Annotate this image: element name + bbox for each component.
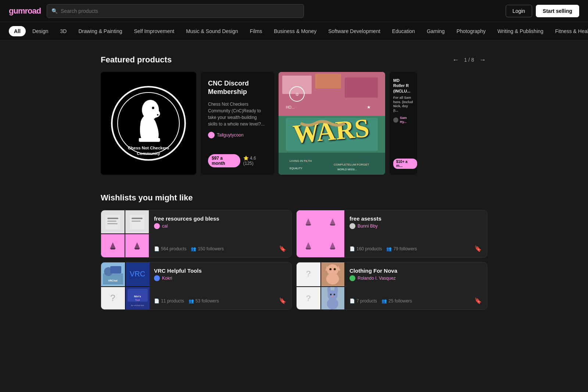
featured-card-chess[interactable]: Chess Not Checkers Community	[101, 72, 196, 175]
svg-rect-13	[345, 77, 378, 98]
svg-point-6	[157, 114, 158, 116]
thumb-cell-n4	[321, 287, 344, 310]
svg-point-65	[329, 268, 331, 271]
svg-rect-25	[105, 215, 120, 229]
owner-name-kokri: Kokri	[162, 276, 172, 281]
search-input[interactable]	[61, 8, 299, 14]
cnc-author: Tallguytycoon	[208, 132, 267, 138]
wishlists-title: Wishlists you might like	[101, 193, 193, 203]
svg-text:VRC: VRC	[130, 270, 145, 278]
wishlist-thumb-vrc: VRChat VRC ?	[101, 262, 149, 309]
thumb-cell-n1: ?	[297, 262, 320, 286]
category-item-films[interactable]: Films	[245, 26, 267, 36]
category-item-fitness[interactable]: Fitness & Health	[550, 26, 588, 36]
svg-point-5	[152, 107, 154, 109]
search-icon: 🔍	[51, 8, 58, 14]
save-wishlist-free-resources[interactable]: 🔖	[279, 245, 286, 252]
next-arrow[interactable]: →	[478, 56, 487, 64]
card4-content: MDRoller R(INCLU... For all Samhere. (In…	[390, 72, 417, 130]
followers-icon-nova: 👥	[381, 298, 387, 304]
category-item-music[interactable]: Music & Sound Design	[181, 26, 243, 36]
category-item-writing[interactable]: Writing & Publishing	[492, 26, 549, 36]
save-wishlist-vrc[interactable]: 🔖	[279, 297, 286, 304]
cnc-title: CNC Discord Membership	[208, 79, 267, 97]
wishlist-info-nova: Clothing For Nova Rolando I. Vasquez 📄 7…	[344, 262, 487, 309]
wishlist-name-vrc: VRC Helpful Tools	[154, 268, 286, 274]
svg-point-3	[151, 110, 160, 117]
wishlist-owner-vrc: Kokri	[154, 275, 286, 281]
thumb-cell-v1: VRChat	[101, 262, 125, 286]
svg-text:WORLD MISSI...: WORLD MISSI...	[337, 168, 357, 171]
thumb-cell-v4: Nin's Tool for vrchat live	[126, 287, 150, 310]
category-item-all[interactable]: All	[9, 26, 26, 36]
featured-card-wars[interactable]: REAL EYES REALIZEMENS RETREAT	[279, 72, 385, 175]
svg-rect-47	[110, 266, 121, 273]
featured-section-header: Featured products ← 1 / 8 →	[101, 55, 487, 65]
header-actions: Login Start selling	[506, 5, 579, 17]
cnc-footer: $97 a month ⭐ 4.6 (125)	[208, 154, 267, 167]
products-icon-asessts: 📄	[349, 246, 355, 251]
category-item-software[interactable]: Software Development	[323, 26, 386, 36]
products-stat-asessts: 📄 160 products	[349, 246, 382, 251]
category-item-design[interactable]: Design	[27, 26, 54, 36]
wishlist-thumb-nova: ?	[297, 262, 344, 309]
featured-pagination: ← 1 / 8 →	[451, 56, 487, 64]
card4-author: Sam Hy...	[393, 116, 413, 124]
featured-title: Featured products	[101, 55, 172, 65]
svg-text:for vrchat live: for vrchat live	[131, 304, 144, 306]
svg-point-77	[331, 295, 334, 297]
followers-icon-asessts: 👥	[386, 246, 392, 251]
products-icon-vrc: 📄	[154, 298, 159, 304]
search-bar[interactable]: 🔍	[47, 4, 304, 18]
save-wishlist-nova[interactable]: 🔖	[474, 297, 482, 304]
wishlist-card-nova[interactable]: ?	[296, 262, 487, 310]
wishlist-meta-free-asessts: 📄 160 products 👥 79 followers 🔖	[349, 245, 482, 252]
category-item-self-improvement[interactable]: Self Improvement	[129, 26, 179, 36]
start-selling-button[interactable]: Start selling	[536, 5, 579, 17]
prev-arrow[interactable]: ←	[451, 56, 460, 64]
owner-avatar-kokri	[154, 275, 160, 281]
thumb-cell-4	[125, 234, 149, 257]
svg-text:Tool: Tool	[135, 299, 140, 301]
category-item-education[interactable]: Education	[387, 26, 420, 36]
wishlist-info-free-asessts: free asessts Bunni Bby 📄 160 products 👥	[344, 210, 487, 257]
category-item-drawing[interactable]: Drawing & Painting	[73, 26, 127, 36]
svg-point-66	[334, 268, 336, 271]
wishlist-card-free-asessts[interactable]: free asessts Bunni Bby 📄 160 products 👥	[296, 210, 487, 258]
svg-rect-41	[306, 248, 311, 250]
wishlists-grid: free resources god bless cal 📄 564 produ…	[101, 210, 487, 310]
svg-text:★: ★	[367, 105, 371, 110]
svg-rect-4	[139, 138, 160, 142]
category-nav: All Design 3D Drawing & Painting Self Im…	[0, 22, 588, 40]
wishlist-info-vrc: VRC Helpful Tools Kokri 📄 11 products 👥	[149, 262, 291, 309]
svg-rect-37	[306, 224, 311, 226]
wishlist-card-free-resources[interactable]: free resources god bless cal 📄 564 produ…	[101, 210, 292, 258]
save-wishlist-free-asessts[interactable]: 🔖	[474, 245, 482, 252]
category-item-photography[interactable]: Photography	[451, 26, 491, 36]
category-item-3d[interactable]: 3D	[55, 26, 72, 36]
products-stat-nova: 📄 7 products	[349, 298, 377, 304]
category-item-gaming[interactable]: Gaming	[422, 26, 450, 36]
wishlist-card-vrc[interactable]: VRChat VRC ?	[101, 262, 292, 310]
followers-icon: 👥	[191, 246, 196, 251]
svg-text:?: ?	[306, 269, 311, 278]
wishlist-meta-vrc: 📄 11 products 👥 53 followers 🔖	[154, 297, 286, 304]
svg-point-75	[330, 294, 332, 295]
svg-text:LIVING IN FILTH: LIVING IN FILTH	[290, 159, 312, 163]
svg-point-76	[333, 294, 335, 295]
wishlist-stats-free-asessts: 📄 160 products 👥 79 followers	[349, 246, 417, 251]
svg-rect-27	[107, 221, 116, 222]
thumb-cell-a3	[297, 234, 320, 257]
category-item-business[interactable]: Business & Money	[269, 26, 322, 36]
cnc-desc: Chess Not Checkers Community (CnC)Ready …	[208, 101, 267, 127]
logo: gumroad	[9, 6, 41, 16]
products-count-vrc: 11 products	[161, 298, 184, 304]
wishlists-section-header: Wishlists you might like	[101, 193, 487, 203]
pagination-text: 1 / 8	[464, 57, 474, 63]
wishlist-thumb-free-resources	[101, 210, 149, 257]
products-stat-vrc: 📄 11 products	[154, 298, 184, 304]
featured-card-md[interactable]: MDRoller R(INCLU... For all Samhere. (In…	[390, 72, 417, 175]
svg-point-74	[327, 298, 338, 309]
featured-card-cnc[interactable]: CNC Discord Membership Chess Not Checker…	[201, 72, 274, 175]
login-button[interactable]: Login	[506, 5, 532, 17]
